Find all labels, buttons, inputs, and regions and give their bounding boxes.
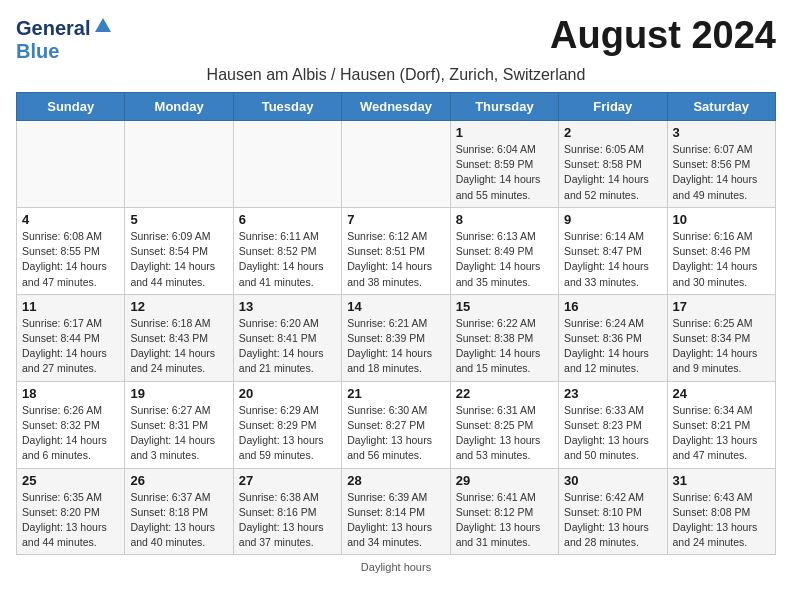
weekday-header-monday: Monday xyxy=(125,93,233,121)
day-number: 18 xyxy=(22,386,119,401)
calendar-cell: 24Sunrise: 6:34 AM Sunset: 8:21 PM Dayli… xyxy=(667,381,775,468)
day-info: Sunrise: 6:14 AM Sunset: 8:47 PM Dayligh… xyxy=(564,229,661,290)
day-number: 1 xyxy=(456,125,553,140)
calendar-cell: 21Sunrise: 6:30 AM Sunset: 8:27 PM Dayli… xyxy=(342,381,450,468)
day-info: Sunrise: 6:07 AM Sunset: 8:56 PM Dayligh… xyxy=(673,142,770,203)
calendar-body: 1Sunrise: 6:04 AM Sunset: 8:59 PM Daylig… xyxy=(17,121,776,555)
day-number: 23 xyxy=(564,386,661,401)
calendar-week-row: 25Sunrise: 6:35 AM Sunset: 8:20 PM Dayli… xyxy=(17,468,776,555)
day-number: 7 xyxy=(347,212,444,227)
calendar-cell: 6Sunrise: 6:11 AM Sunset: 8:52 PM Daylig… xyxy=(233,207,341,294)
day-info: Sunrise: 6:21 AM Sunset: 8:39 PM Dayligh… xyxy=(347,316,444,377)
day-number: 14 xyxy=(347,299,444,314)
day-info: Sunrise: 6:09 AM Sunset: 8:54 PM Dayligh… xyxy=(130,229,227,290)
calendar-week-row: 18Sunrise: 6:26 AM Sunset: 8:32 PM Dayli… xyxy=(17,381,776,468)
logo-blue-text: Blue xyxy=(16,40,113,62)
calendar-cell: 31Sunrise: 6:43 AM Sunset: 8:08 PM Dayli… xyxy=(667,468,775,555)
day-number: 6 xyxy=(239,212,336,227)
calendar-cell: 10Sunrise: 6:16 AM Sunset: 8:46 PM Dayli… xyxy=(667,207,775,294)
day-info: Sunrise: 6:31 AM Sunset: 8:25 PM Dayligh… xyxy=(456,403,553,464)
calendar-cell: 17Sunrise: 6:25 AM Sunset: 8:34 PM Dayli… xyxy=(667,294,775,381)
calendar-week-row: 1Sunrise: 6:04 AM Sunset: 8:59 PM Daylig… xyxy=(17,121,776,208)
day-info: Sunrise: 6:30 AM Sunset: 8:27 PM Dayligh… xyxy=(347,403,444,464)
day-number: 2 xyxy=(564,125,661,140)
day-number: 20 xyxy=(239,386,336,401)
calendar-cell: 18Sunrise: 6:26 AM Sunset: 8:32 PM Dayli… xyxy=(17,381,125,468)
day-number: 29 xyxy=(456,473,553,488)
calendar-cell: 7Sunrise: 6:12 AM Sunset: 8:51 PM Daylig… xyxy=(342,207,450,294)
weekday-header-thursday: Thursday xyxy=(450,93,558,121)
day-info: Sunrise: 6:18 AM Sunset: 8:43 PM Dayligh… xyxy=(130,316,227,377)
calendar-cell xyxy=(125,121,233,208)
calendar-cell: 12Sunrise: 6:18 AM Sunset: 8:43 PM Dayli… xyxy=(125,294,233,381)
calendar-cell xyxy=(342,121,450,208)
day-info: Sunrise: 6:38 AM Sunset: 8:16 PM Dayligh… xyxy=(239,490,336,551)
day-number: 16 xyxy=(564,299,661,314)
day-info: Sunrise: 6:39 AM Sunset: 8:14 PM Dayligh… xyxy=(347,490,444,551)
logo-icon xyxy=(93,16,113,36)
logo-general-text: General xyxy=(16,17,90,39)
day-number: 28 xyxy=(347,473,444,488)
calendar-cell: 4Sunrise: 6:08 AM Sunset: 8:55 PM Daylig… xyxy=(17,207,125,294)
calendar-cell: 22Sunrise: 6:31 AM Sunset: 8:25 PM Dayli… xyxy=(450,381,558,468)
calendar-week-row: 11Sunrise: 6:17 AM Sunset: 8:44 PM Dayli… xyxy=(17,294,776,381)
month-title: August 2024 xyxy=(550,16,776,54)
calendar-cell: 15Sunrise: 6:22 AM Sunset: 8:38 PM Dayli… xyxy=(450,294,558,381)
day-info: Sunrise: 6:20 AM Sunset: 8:41 PM Dayligh… xyxy=(239,316,336,377)
day-info: Sunrise: 6:11 AM Sunset: 8:52 PM Dayligh… xyxy=(239,229,336,290)
day-number: 22 xyxy=(456,386,553,401)
day-info: Sunrise: 6:41 AM Sunset: 8:12 PM Dayligh… xyxy=(456,490,553,551)
day-info: Sunrise: 6:12 AM Sunset: 8:51 PM Dayligh… xyxy=(347,229,444,290)
day-number: 25 xyxy=(22,473,119,488)
day-info: Sunrise: 6:16 AM Sunset: 8:46 PM Dayligh… xyxy=(673,229,770,290)
calendar-cell: 25Sunrise: 6:35 AM Sunset: 8:20 PM Dayli… xyxy=(17,468,125,555)
calendar-cell: 3Sunrise: 6:07 AM Sunset: 8:56 PM Daylig… xyxy=(667,121,775,208)
day-info: Sunrise: 6:17 AM Sunset: 8:44 PM Dayligh… xyxy=(22,316,119,377)
location-title: Hausen am Albis / Hausen (Dorf), Zurich,… xyxy=(16,66,776,84)
calendar-cell: 29Sunrise: 6:41 AM Sunset: 8:12 PM Dayli… xyxy=(450,468,558,555)
day-number: 9 xyxy=(564,212,661,227)
day-number: 4 xyxy=(22,212,119,227)
calendar-cell: 26Sunrise: 6:37 AM Sunset: 8:18 PM Dayli… xyxy=(125,468,233,555)
weekday-header-tuesday: Tuesday xyxy=(233,93,341,121)
weekday-header-wednesday: Wednesday xyxy=(342,93,450,121)
calendar-cell: 23Sunrise: 6:33 AM Sunset: 8:23 PM Dayli… xyxy=(559,381,667,468)
calendar-cell: 2Sunrise: 6:05 AM Sunset: 8:58 PM Daylig… xyxy=(559,121,667,208)
calendar-cell: 13Sunrise: 6:20 AM Sunset: 8:41 PM Dayli… xyxy=(233,294,341,381)
calendar-cell: 5Sunrise: 6:09 AM Sunset: 8:54 PM Daylig… xyxy=(125,207,233,294)
calendar-cell: 20Sunrise: 6:29 AM Sunset: 8:29 PM Dayli… xyxy=(233,381,341,468)
day-info: Sunrise: 6:37 AM Sunset: 8:18 PM Dayligh… xyxy=(130,490,227,551)
weekday-header-friday: Friday xyxy=(559,93,667,121)
day-number: 15 xyxy=(456,299,553,314)
day-info: Sunrise: 6:08 AM Sunset: 8:55 PM Dayligh… xyxy=(22,229,119,290)
day-info: Sunrise: 6:13 AM Sunset: 8:49 PM Dayligh… xyxy=(456,229,553,290)
day-number: 24 xyxy=(673,386,770,401)
weekday-header-sunday: Sunday xyxy=(17,93,125,121)
day-number: 10 xyxy=(673,212,770,227)
calendar-header: SundayMondayTuesdayWednesdayThursdayFrid… xyxy=(17,93,776,121)
calendar-cell: 8Sunrise: 6:13 AM Sunset: 8:49 PM Daylig… xyxy=(450,207,558,294)
day-info: Sunrise: 6:24 AM Sunset: 8:36 PM Dayligh… xyxy=(564,316,661,377)
day-number: 13 xyxy=(239,299,336,314)
logo: General Blue xyxy=(16,16,113,62)
day-info: Sunrise: 6:22 AM Sunset: 8:38 PM Dayligh… xyxy=(456,316,553,377)
calendar-cell: 28Sunrise: 6:39 AM Sunset: 8:14 PM Dayli… xyxy=(342,468,450,555)
calendar-cell xyxy=(233,121,341,208)
footer-note: Daylight hours xyxy=(16,561,776,573)
header: General Blue August 2024 xyxy=(16,16,776,62)
calendar-cell: 11Sunrise: 6:17 AM Sunset: 8:44 PM Dayli… xyxy=(17,294,125,381)
day-info: Sunrise: 6:26 AM Sunset: 8:32 PM Dayligh… xyxy=(22,403,119,464)
day-number: 17 xyxy=(673,299,770,314)
day-info: Sunrise: 6:33 AM Sunset: 8:23 PM Dayligh… xyxy=(564,403,661,464)
day-info: Sunrise: 6:42 AM Sunset: 8:10 PM Dayligh… xyxy=(564,490,661,551)
day-number: 27 xyxy=(239,473,336,488)
day-info: Sunrise: 6:29 AM Sunset: 8:29 PM Dayligh… xyxy=(239,403,336,464)
day-number: 31 xyxy=(673,473,770,488)
weekday-header-row: SundayMondayTuesdayWednesdayThursdayFrid… xyxy=(17,93,776,121)
calendar-cell: 19Sunrise: 6:27 AM Sunset: 8:31 PM Dayli… xyxy=(125,381,233,468)
day-number: 3 xyxy=(673,125,770,140)
calendar-cell: 9Sunrise: 6:14 AM Sunset: 8:47 PM Daylig… xyxy=(559,207,667,294)
calendar-cell xyxy=(17,121,125,208)
day-number: 5 xyxy=(130,212,227,227)
calendar-cell: 14Sunrise: 6:21 AM Sunset: 8:39 PM Dayli… xyxy=(342,294,450,381)
